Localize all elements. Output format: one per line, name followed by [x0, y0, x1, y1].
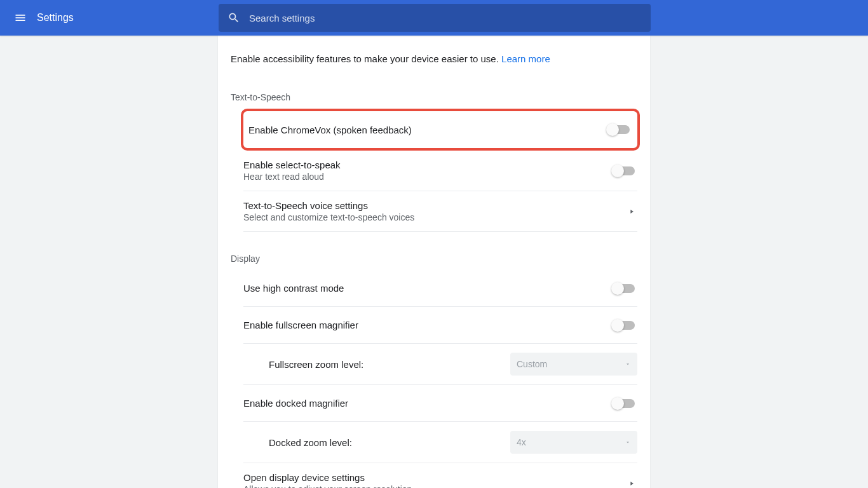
- high-contrast-title: Use high contrast mode: [243, 283, 613, 294]
- fullscreen-zoom-select[interactable]: Custom: [510, 353, 637, 376]
- row-docked-magnifier[interactable]: Enable docked magnifier: [243, 385, 637, 422]
- docked-zoom-title: Docked zoom level:: [243, 437, 510, 448]
- row-fullscreen-zoom: Fullscreen zoom level: Custom: [243, 344, 637, 385]
- chromevox-title: Enable ChromeVox (spoken feedback): [248, 125, 608, 135]
- docked-mag-toggle[interactable]: [613, 399, 635, 408]
- topbar: Settings: [0, 0, 868, 36]
- open-display-sub: Allows you to adjust your screen resolut…: [243, 484, 628, 488]
- fullscreen-mag-title: Enable fullscreen magnifier: [243, 320, 613, 330]
- select-to-speak-sub: Hear text read aloud: [243, 172, 613, 182]
- page-title: Settings: [37, 12, 74, 24]
- highlight-chromevox: Enable ChromeVox (spoken feedback): [241, 109, 640, 151]
- select-to-speak-toggle[interactable]: [613, 166, 635, 175]
- search-input[interactable]: [249, 13, 642, 24]
- row-voice-settings[interactable]: Text-to-Speech voice settings Select and…: [243, 191, 637, 232]
- hamburger-icon: [14, 11, 27, 24]
- intro-text: Enable accessibility features to make yo…: [218, 36, 650, 71]
- fullscreen-mag-toggle[interactable]: [613, 321, 635, 330]
- row-fullscreen-magnifier[interactable]: Enable fullscreen magnifier: [243, 307, 637, 344]
- chevron-down-icon: [625, 361, 631, 367]
- row-select-to-speak[interactable]: Enable select-to-speak Hear text read al…: [243, 151, 637, 191]
- row-open-display[interactable]: Open display device settings Allows you …: [243, 463, 637, 488]
- chevron-right-icon: [628, 478, 635, 489]
- chromevox-toggle[interactable]: [608, 125, 630, 134]
- chevron-down-icon: [625, 439, 631, 445]
- voice-settings-sub: Select and customize text-to-speech voic…: [243, 212, 628, 222]
- search-box[interactable]: [219, 4, 651, 32]
- learn-more-link[interactable]: Learn more: [501, 53, 550, 64]
- docked-zoom-value: 4x: [517, 437, 526, 447]
- row-docked-zoom: Docked zoom level: 4x: [243, 422, 637, 463]
- menu-button[interactable]: [8, 5, 33, 30]
- select-to-speak-title: Enable select-to-speak: [243, 159, 613, 170]
- docked-mag-title: Enable docked magnifier: [243, 398, 613, 409]
- row-high-contrast[interactable]: Use high contrast mode: [243, 270, 637, 307]
- search-icon: [227, 11, 240, 24]
- open-display-title: Open display device settings: [243, 472, 628, 483]
- fullscreen-zoom-value: Custom: [517, 359, 547, 369]
- high-contrast-toggle[interactable]: [613, 284, 635, 293]
- section-label-display: Display: [218, 232, 650, 270]
- chevron-right-icon: [628, 206, 635, 217]
- docked-zoom-select[interactable]: 4x: [510, 431, 637, 454]
- voice-settings-title: Text-to-Speech voice settings: [243, 200, 628, 211]
- page-body: Enable accessibility features to make yo…: [0, 36, 868, 488]
- intro-sentence: Enable accessibility features to make yo…: [231, 53, 501, 64]
- fullscreen-zoom-title: Fullscreen zoom level:: [243, 359, 510, 370]
- settings-card: Enable accessibility features to make yo…: [218, 36, 650, 488]
- section-label-tts: Text-to-Speech: [218, 71, 650, 109]
- row-chromevox[interactable]: Enable ChromeVox (spoken feedback): [243, 111, 637, 148]
